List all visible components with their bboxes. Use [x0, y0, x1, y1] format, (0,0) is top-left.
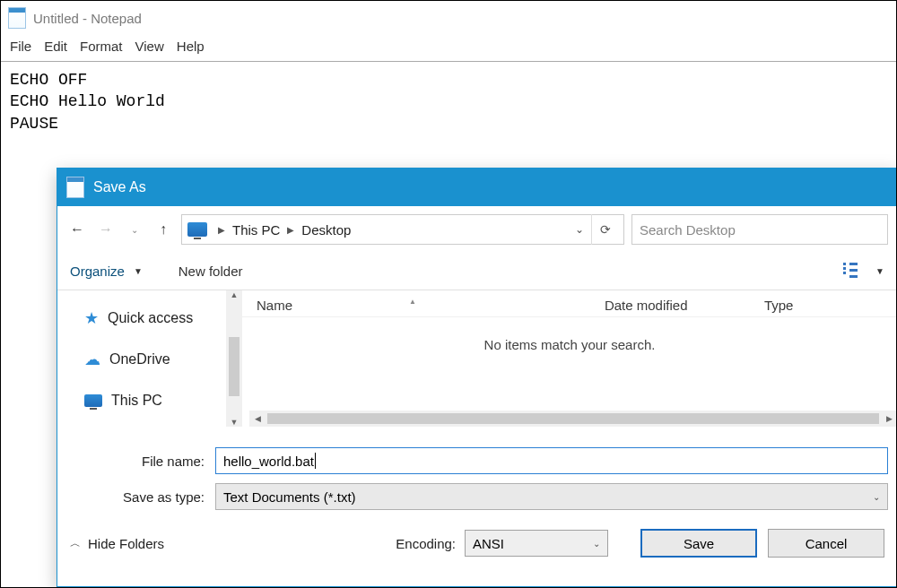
column-type[interactable]: Type [764, 298, 794, 313]
column-date[interactable]: Date modified [605, 298, 764, 313]
chevron-down-icon: ▼ [134, 266, 143, 276]
cloud-icon: ☁ [84, 350, 100, 369]
file-name-input[interactable]: hello_world.bat [215, 447, 888, 474]
dialog-body: ★ Quick access ☁ OneDrive This PC ▲ ▼ Na… [57, 290, 897, 427]
scrollbar-thumb[interactable] [267, 413, 879, 424]
notepad-textarea[interactable]: ECHO OFF ECHO Hello World PAUSE [1, 62, 896, 142]
save-type-label: Save as type: [66, 489, 215, 505]
file-name-label: File name: [66, 454, 215, 469]
scroll-right-icon[interactable]: ▶ [881, 414, 897, 423]
back-button[interactable]: ← [66, 219, 88, 240]
scroll-up-icon[interactable]: ▲ [231, 290, 239, 299]
chevron-down-icon[interactable]: ▼ [875, 266, 884, 276]
scroll-down-icon[interactable]: ▼ [231, 418, 239, 427]
new-folder-button[interactable]: New folder [179, 264, 243, 279]
breadcrumb-bar[interactable]: ▶ This PC ▶ Desktop ⌄ ⟳ [181, 214, 624, 245]
sidebar-scrollbar[interactable]: ▲ ▼ [226, 290, 242, 427]
nav-bar: ← → ⌄ ↑ ▶ This PC ▶ Desktop ⌄ ⟳ Search D… [57, 206, 897, 253]
dialog-titlebar: Save As [57, 169, 897, 206]
save-as-dialog: Save As ← → ⌄ ↑ ▶ This PC ▶ Desktop ⌄ ⟳ … [57, 168, 897, 587]
cancel-button[interactable]: Cancel [768, 529, 884, 558]
chevron-down-icon: ⌄ [593, 539, 600, 549]
menu-edit[interactable]: Edit [44, 39, 67, 54]
refresh-button[interactable]: ⟳ [591, 214, 618, 245]
column-name[interactable]: Name [242, 298, 597, 313]
notepad-menubar: File Edit Format View Help [1, 35, 896, 62]
scrollbar-thumb[interactable] [229, 337, 239, 396]
notepad-icon [66, 177, 84, 198]
notepad-titlebar: Untitled - Notepad [1, 1, 896, 35]
chevron-right-icon[interactable]: ▶ [283, 225, 298, 235]
dialog-bottom: ︿ Hide Folders Encoding: ANSI ⌄ Save Can… [57, 514, 897, 572]
pc-icon [187, 222, 207, 237]
sidebar-item-quick-access[interactable]: ★ Quick access [68, 298, 242, 339]
pc-icon [84, 394, 102, 407]
encoding-label: Encoding: [396, 536, 456, 551]
sidebar-item-this-pc[interactable]: This PC [68, 380, 242, 421]
file-list: Name ▲ Date modified Type No items match… [242, 290, 897, 427]
menu-format[interactable]: Format [80, 39, 123, 54]
menu-file[interactable]: File [10, 39, 31, 54]
recent-dropdown[interactable]: ⌄ [124, 219, 145, 240]
forward-button[interactable]: → [95, 219, 117, 240]
breadcrumb-child[interactable]: Desktop [301, 222, 351, 238]
view-options-button[interactable] [843, 263, 872, 281]
sidebar-item-label: Quick access [108, 310, 193, 326]
chevron-down-icon[interactable]: ⌄ [571, 223, 588, 236]
empty-message: No items match your search. [242, 337, 897, 352]
sort-indicator-icon: ▲ [409, 298, 416, 306]
window-title: Untitled - Notepad [33, 11, 142, 26]
sidebar-item-label: This PC [111, 393, 162, 409]
sidebar-item-label: OneDrive [109, 351, 170, 368]
search-placeholder: Search Desktop [640, 222, 736, 238]
menu-help[interactable]: Help [177, 39, 205, 54]
star-icon: ★ [84, 308, 99, 328]
encoding-select[interactable]: ANSI ⌄ [465, 530, 608, 557]
sidebar-item-onedrive[interactable]: ☁ OneDrive [68, 339, 242, 380]
scroll-left-icon[interactable]: ◀ [249, 414, 266, 423]
chevron-up-icon: ︿ [70, 536, 81, 551]
save-type-select[interactable]: Text Documents (*.txt) ⌄ [215, 483, 888, 510]
horizontal-scrollbar[interactable]: ◀ ▶ [249, 411, 897, 427]
hide-folders-button[interactable]: ︿ Hide Folders [70, 536, 164, 551]
up-button[interactable]: ↑ [152, 219, 174, 240]
toolbar: Organize ▼ New folder ▼ [57, 253, 897, 290]
organize-menu[interactable]: Organize ▼ [70, 264, 143, 279]
search-input[interactable]: Search Desktop [631, 214, 888, 245]
dialog-title: Save As [93, 179, 146, 195]
notepad-icon [8, 7, 26, 29]
file-fields: File name: hello_world.bat Save as type:… [57, 427, 897, 514]
chevron-right-icon[interactable]: ▶ [214, 225, 229, 235]
save-button[interactable]: Save [640, 529, 757, 558]
breadcrumb-root[interactable]: This PC [232, 222, 280, 238]
sidebar: ★ Quick access ☁ OneDrive This PC ▲ ▼ [57, 290, 242, 427]
chevron-down-icon: ⌄ [873, 492, 880, 502]
column-headers: Name ▲ Date modified Type [242, 290, 897, 317]
menu-view[interactable]: View [135, 39, 164, 54]
